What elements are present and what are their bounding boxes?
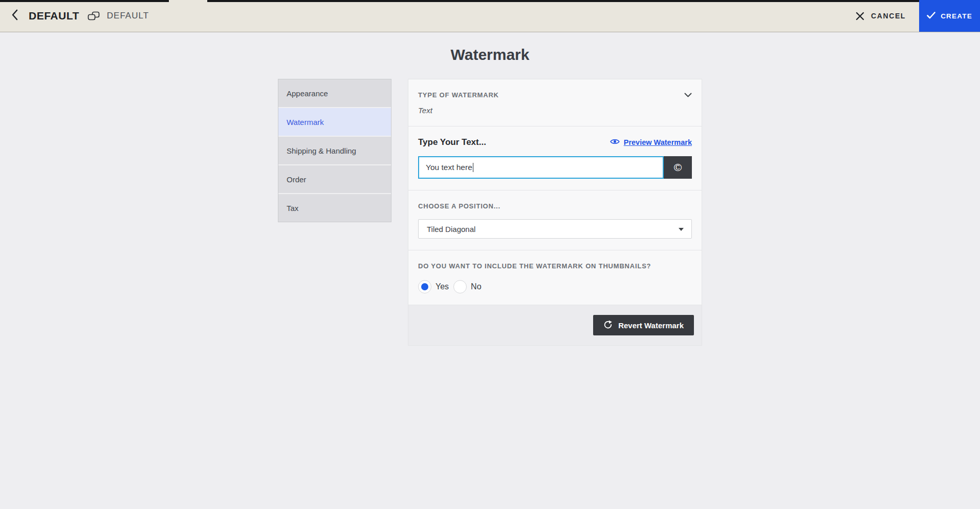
top-progress-line-left <box>0 0 169 2</box>
sidebar-item-shipping-handling[interactable]: Shipping & Handling <box>278 137 391 164</box>
create-button[interactable]: CREATE <box>919 0 980 32</box>
select-caret-icon <box>679 228 684 231</box>
text-cursor <box>473 163 474 172</box>
preview-watermark-label: Preview Watermark <box>624 138 692 146</box>
thumbnails-question-label: DO YOU WANT TO INCLUDE THE WATERMARK ON … <box>418 262 651 270</box>
revert-watermark-button[interactable]: Revert Watermark <box>593 315 694 335</box>
watermark-panel: TYPE OF WATERMARK Text Type Your Text... <box>408 79 702 346</box>
radio-no-label: No <box>471 282 481 291</box>
sidebar-item-tax[interactable]: Tax <box>278 194 391 222</box>
position-select[interactable]: Tiled Diagonal <box>418 219 692 239</box>
radio-option-no[interactable]: No <box>453 280 481 293</box>
watermark-text-input[interactable]: You text here <box>418 156 664 179</box>
watermark-text-value: You text here <box>426 163 472 172</box>
thumbnails-section: DO YOU WANT TO INCLUDE THE WATERMARK ON … <box>408 250 702 305</box>
linked-preset-name: DEFAULT <box>107 11 149 21</box>
position-section: CHOOSE A POSITION... Tiled Diagonal <box>408 190 702 250</box>
radio-selected-icon <box>418 280 431 293</box>
sidebar-item-watermark[interactable]: Watermark <box>278 108 391 136</box>
radio-yes-label: Yes <box>435 282 449 291</box>
link-chain-icon <box>88 11 100 20</box>
copyright-symbol: © <box>674 161 682 174</box>
type-of-watermark-section: TYPE OF WATERMARK Text <box>408 79 702 126</box>
chevron-left-icon <box>11 9 18 23</box>
cancel-button[interactable]: CANCEL <box>856 12 906 20</box>
check-icon <box>927 12 935 20</box>
sidebar-item-order[interactable]: Order <box>278 165 391 193</box>
close-icon <box>856 12 864 20</box>
topbar-actions: CANCEL CREATE <box>856 0 980 32</box>
cancel-label: CANCEL <box>871 12 906 20</box>
sidebar-item-appearance[interactable]: Appearance <box>278 79 391 107</box>
create-label: CREATE <box>941 12 972 20</box>
type-of-watermark-label: TYPE OF WATERMARK <box>418 91 499 99</box>
watermark-type-value: Text <box>418 106 692 115</box>
preview-watermark-link[interactable]: Preview Watermark <box>610 138 692 147</box>
choose-position-label: CHOOSE A POSITION... <box>418 202 500 210</box>
watermark-text-section: Type Your Text... Preview Watermark <box>408 126 702 190</box>
main-content: Watermark Appearance Watermark Shipping … <box>0 32 980 509</box>
insert-copyright-button[interactable]: © <box>664 156 692 179</box>
type-your-text-title: Type Your Text... <box>418 137 486 147</box>
page-title: Watermark <box>0 32 980 63</box>
radio-unselected-icon <box>453 280 467 293</box>
page-context-title: DEFAULT <box>29 10 79 22</box>
eye-icon <box>610 138 620 147</box>
position-selected-value: Tiled Diagonal <box>427 225 475 234</box>
revert-watermark-label: Revert Watermark <box>618 321 684 330</box>
refresh-icon <box>603 320 613 331</box>
settings-sidebar: Appearance Watermark Shipping & Handling… <box>278 79 391 222</box>
chevron-down-icon[interactable] <box>684 90 692 99</box>
top-progress-line-right <box>207 0 919 2</box>
back-button[interactable] <box>7 6 23 26</box>
radio-option-yes[interactable]: Yes <box>418 280 449 293</box>
top-bar: DEFAULT DEFAULT CANCEL CREATE <box>0 0 980 32</box>
panel-footer: Revert Watermark <box>408 305 702 345</box>
